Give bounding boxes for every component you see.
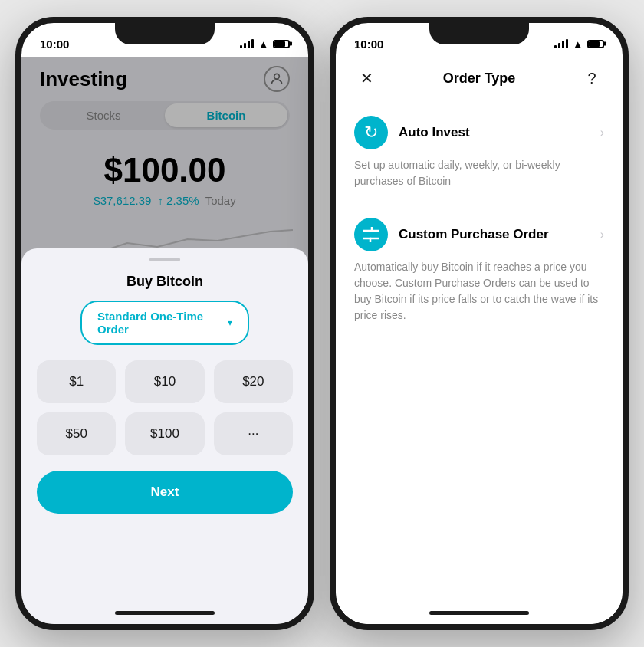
bottom-sheet-overlay: Buy Bitcoin Standard One-Time Order ▾ $1… bbox=[21, 57, 308, 624]
custom-purchase-description: Automatically buy Bitcoin if it reaches … bbox=[354, 259, 604, 324]
right-phone: 10:00 ▲ ✕ Order Type ? bbox=[330, 17, 629, 630]
investing-screen: Investing Stocks Bitcoin $ bbox=[21, 57, 308, 624]
time-right: 10:00 bbox=[354, 38, 383, 51]
status-bar-left: 10:00 ▲ bbox=[21, 23, 308, 57]
chevron-down-icon: ▾ bbox=[228, 317, 232, 328]
auto-invest-description: Set up automatic daily, weekly, or bi-we… bbox=[354, 157, 604, 189]
bottom-sheet: Buy Bitcoin Standard One-Time Order ▾ $1… bbox=[21, 248, 308, 601]
home-indicator-right bbox=[336, 601, 623, 624]
auto-invest-left: ↻ Auto Invest bbox=[354, 116, 470, 149]
wifi-icon: ▲ bbox=[258, 38, 268, 50]
amount-chip-more[interactable]: ··· bbox=[214, 412, 293, 455]
custom-purchase-option[interactable]: Custom Purchase Order › Automatically bu… bbox=[336, 202, 623, 336]
sheet-title: Buy Bitcoin bbox=[37, 274, 293, 290]
status-icons-left: ▲ bbox=[240, 38, 290, 50]
help-button[interactable]: ? bbox=[580, 66, 604, 90]
left-phone: 10:00 ▲ Investing bbox=[15, 17, 314, 630]
status-bar-right: 10:00 ▲ bbox=[336, 23, 623, 57]
signal-icon-right bbox=[554, 39, 568, 48]
auto-invest-title: Auto Invest bbox=[399, 125, 470, 140]
order-type-screen-title: Order Type bbox=[443, 71, 516, 87]
order-type-label: Standard One-Time Order bbox=[97, 310, 222, 336]
amount-chip-1[interactable]: $1 bbox=[37, 360, 116, 403]
status-icons-right: ▲ bbox=[554, 38, 604, 50]
signal-icon bbox=[240, 39, 254, 48]
amount-chip-50[interactable]: $50 bbox=[37, 412, 116, 455]
custom-purchase-title: Custom Purchase Order bbox=[399, 227, 549, 242]
custom-purchase-left: Custom Purchase Order bbox=[354, 218, 549, 251]
amount-grid: $1 $10 $20 $50 $100 bbox=[37, 360, 293, 455]
custom-purchase-icon bbox=[354, 218, 388, 251]
auto-invest-top: ↻ Auto Invest › bbox=[354, 116, 604, 149]
next-button[interactable]: Next bbox=[37, 471, 293, 514]
time-left: 10:00 bbox=[40, 38, 69, 51]
battery-icon bbox=[273, 40, 290, 48]
order-type-screen: ✕ Order Type ? ↻ Auto Invest › Set up au… bbox=[336, 57, 623, 624]
auto-invest-icon: ↻ bbox=[354, 116, 388, 149]
close-button[interactable]: ✕ bbox=[354, 66, 379, 90]
amount-chip-10[interactable]: $10 bbox=[125, 360, 204, 403]
amount-chip-20[interactable]: $20 bbox=[214, 360, 293, 403]
battery-icon-right bbox=[587, 40, 604, 48]
wifi-icon-right: ▲ bbox=[573, 38, 583, 50]
custom-purchase-chevron-icon: › bbox=[600, 228, 604, 241]
custom-purchase-top: Custom Purchase Order › bbox=[354, 218, 604, 251]
sheet-handle bbox=[150, 258, 180, 261]
home-indicator-left bbox=[21, 601, 308, 624]
order-type-header: ✕ Order Type ? bbox=[336, 57, 623, 100]
amount-chip-100[interactable]: $100 bbox=[125, 412, 204, 455]
auto-invest-chevron-icon: › bbox=[600, 126, 604, 140]
order-type-button[interactable]: Standard One-Time Order ▾ bbox=[80, 301, 249, 345]
auto-invest-option[interactable]: ↻ Auto Invest › Set up automatic daily, … bbox=[336, 100, 623, 202]
